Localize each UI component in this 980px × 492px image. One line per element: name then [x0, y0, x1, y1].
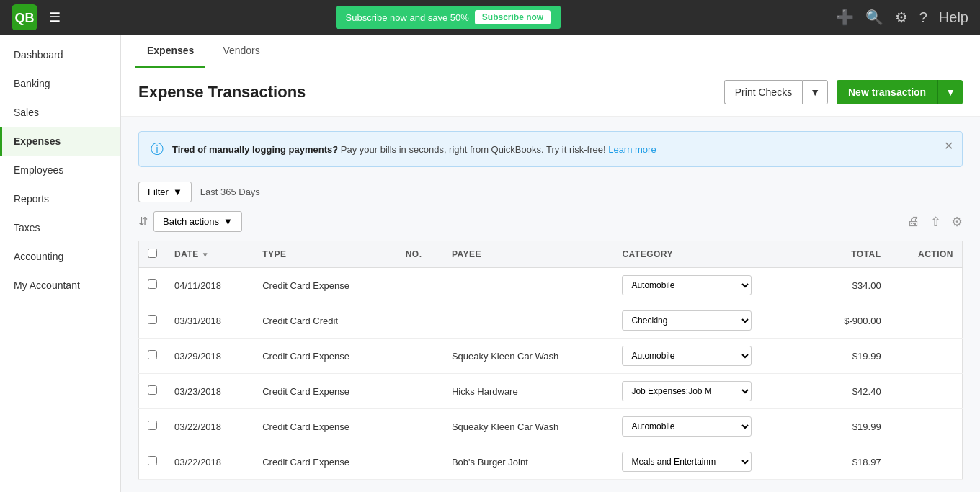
- row-category-select[interactable]: Checking: [622, 310, 752, 331]
- help-label[interactable]: Help: [939, 9, 968, 26]
- info-banner-body: Pay your bills in seconds, right from Qu…: [341, 144, 606, 155]
- main-layout: Dashboard Banking Sales Expenses Employe…: [0, 35, 980, 492]
- row-category-select[interactable]: Meals and Entertainm: [622, 452, 752, 472]
- sidebar-item-employees[interactable]: Employees: [0, 156, 120, 184]
- search-icon[interactable]: 🔍: [865, 9, 883, 26]
- row-checkbox-cell: [139, 374, 166, 409]
- row-date: 04/11/2018: [166, 268, 254, 303]
- row-checkbox[interactable]: [148, 279, 157, 289]
- filter-bar: Filter ▼ Last 365 Days: [138, 182, 963, 202]
- expense-table: DATE ▼ TYPE NO. PAYEE: [138, 241, 963, 480]
- filter-chevron-icon: ▼: [173, 187, 182, 197]
- sidebar-item-dashboard[interactable]: Dashboard: [0, 40, 120, 69]
- sidebar-item-expenses[interactable]: Expenses: [0, 127, 120, 156]
- row-no: [397, 444, 443, 480]
- table-row: 03/23/2018 Credit Card Expense Hicks Har…: [139, 374, 963, 409]
- batch-actions-button[interactable]: Batch actions ▼: [153, 211, 242, 232]
- sidebar-item-taxes[interactable]: Taxes: [0, 213, 120, 242]
- row-checkbox[interactable]: [148, 350, 157, 359]
- row-checkbox-cell: [139, 339, 166, 374]
- export-icon[interactable]: ⇧: [930, 214, 941, 230]
- row-no: [397, 339, 443, 374]
- page-header: Expense Transactions Print Checks ▼ New …: [121, 68, 980, 117]
- svg-text:QB: QB: [15, 11, 35, 25]
- row-action-cell: View: [890, 339, 963, 374]
- date-sort-arrow: ▼: [202, 251, 209, 259]
- header-date: DATE ▼: [166, 241, 254, 268]
- sidebar-item-reports[interactable]: Reports: [0, 184, 120, 213]
- row-total: $18.97: [815, 444, 889, 480]
- row-payee: Bob's Burger Joint: [443, 444, 613, 480]
- tab-expenses[interactable]: Expenses: [135, 35, 205, 68]
- row-payee: Hicks Hardware: [443, 374, 613, 409]
- hamburger-icon[interactable]: ☰: [49, 9, 61, 25]
- row-category-select[interactable]: Job Expenses:Job M: [622, 381, 752, 401]
- subscribe-button[interactable]: Subscribe now: [475, 10, 551, 24]
- row-category-select[interactable]: Automobile: [622, 275, 752, 295]
- header-checkbox-cell: [139, 241, 166, 268]
- row-action-cell: View: [890, 409, 963, 444]
- top-navigation: QB ☰ Subscribe now and save 50% Subscrib…: [0, 0, 980, 35]
- table-settings-icon[interactable]: ⚙: [951, 214, 963, 230]
- row-date: 03/31/2018: [166, 303, 254, 339]
- row-category: Job Expenses:Job M: [613, 374, 815, 409]
- filter-button[interactable]: Filter ▼: [138, 182, 192, 202]
- row-payee: Squeaky Kleen Car Wash: [443, 339, 613, 374]
- row-checkbox[interactable]: [148, 315, 157, 324]
- sidebar-item-sales[interactable]: Sales: [0, 98, 120, 127]
- row-type: Credit Card Expense: [254, 339, 396, 374]
- settings-icon[interactable]: ⚙: [895, 9, 908, 26]
- sidebar-item-accounting[interactable]: Accounting: [0, 242, 120, 271]
- row-no: [397, 268, 443, 303]
- sidebar-item-banking[interactable]: Banking: [0, 69, 120, 98]
- filter-date-range: Last 365 Days: [200, 187, 260, 197]
- promo-area: Subscribe now and save 50% Subscribe now: [69, 6, 827, 29]
- row-date: 03/22/2018: [166, 444, 254, 480]
- row-no: [397, 409, 443, 444]
- header-payee: PAYEE: [443, 241, 613, 268]
- add-icon[interactable]: ➕: [836, 9, 854, 26]
- row-date: 03/23/2018: [166, 374, 254, 409]
- info-banner: ⓘ Tired of manually logging payments? Pa…: [138, 131, 963, 167]
- sort-icon[interactable]: ⇵: [138, 215, 148, 228]
- row-type: Credit Card Expense: [254, 409, 396, 444]
- new-transaction-button[interactable]: New transaction: [837, 80, 937, 104]
- row-checkbox[interactable]: [148, 456, 157, 465]
- print-checks-dropdown-button[interactable]: ▼: [802, 80, 828, 104]
- row-category-select[interactable]: Automobile: [622, 346, 752, 366]
- info-banner-close-icon[interactable]: ✕: [944, 139, 953, 153]
- row-payee: [443, 268, 613, 303]
- table-row: 04/11/2018 Credit Card Expense Automobil…: [139, 268, 963, 303]
- row-payee: Squeaky Kleen Car Wash: [443, 409, 613, 444]
- help-icon[interactable]: ?: [919, 9, 927, 26]
- select-all-checkbox[interactable]: [148, 249, 157, 258]
- print-checks-button[interactable]: Print Checks: [724, 80, 802, 104]
- row-action-cell: View: [890, 303, 963, 339]
- row-category: Checking: [613, 303, 815, 339]
- print-icon[interactable]: 🖨: [907, 214, 920, 229]
- row-type: Credit Card Credit: [254, 303, 396, 339]
- header-category: CATEGORY: [613, 241, 815, 268]
- quickbooks-logo: QB: [12, 4, 37, 30]
- sidebar-item-my-accountant[interactable]: My Accountant: [0, 271, 120, 300]
- header-action: ACTION: [890, 241, 963, 268]
- header-type: TYPE: [254, 241, 396, 268]
- row-category: Automobile: [613, 339, 815, 374]
- row-no: [397, 374, 443, 409]
- tab-vendors[interactable]: Vendors: [211, 35, 271, 68]
- row-action-cell: View: [890, 268, 963, 303]
- logo-area: QB ☰: [12, 4, 61, 30]
- row-checkbox[interactable]: [148, 385, 157, 395]
- row-category: Automobile: [613, 409, 815, 444]
- row-category-select[interactable]: Automobile: [622, 416, 752, 437]
- row-total: $19.99: [815, 409, 889, 444]
- promo-banner: Subscribe now and save 50% Subscribe now: [336, 6, 561, 29]
- info-learn-more-link[interactable]: Learn more: [608, 144, 656, 155]
- page-title: Expense Transactions: [138, 83, 306, 102]
- row-date: 03/29/2018: [166, 339, 254, 374]
- table-row: 03/29/2018 Credit Card Expense Squeaky K…: [139, 339, 963, 374]
- row-checkbox[interactable]: [148, 421, 157, 430]
- new-transaction-dropdown-button[interactable]: ▼: [937, 80, 963, 104]
- row-no: [397, 303, 443, 339]
- tab-bar: Expenses Vendors: [121, 35, 980, 68]
